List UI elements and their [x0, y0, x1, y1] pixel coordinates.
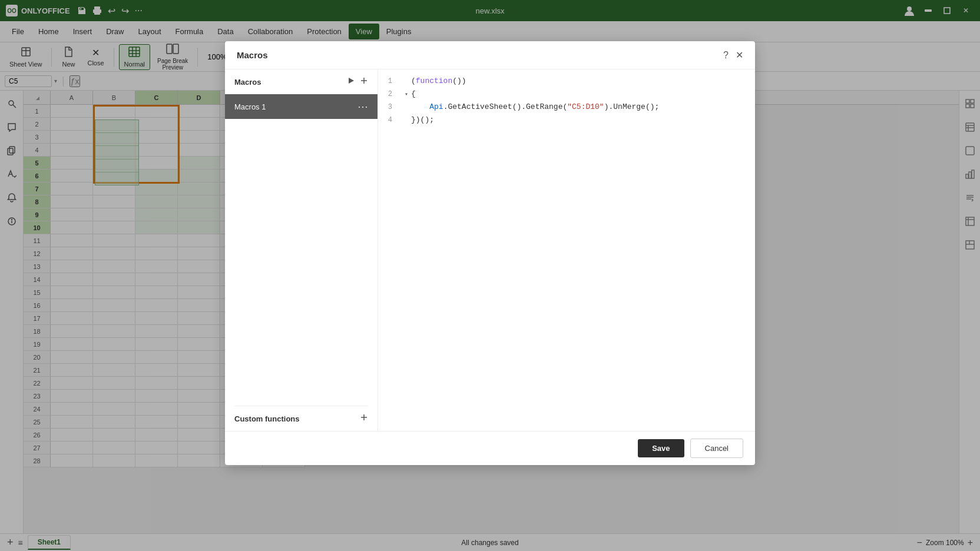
modal-help-button[interactable]: ? [723, 50, 729, 61]
modal-close-button[interactable]: ✕ [736, 49, 743, 61]
modal-overlay: Macros ? ✕ Macros [0, 0, 980, 551]
line-content-4: })(); [411, 115, 755, 124]
cancel-button[interactable]: Cancel [690, 439, 743, 458]
line-content-3: Api.GetActiveSheet().GetRange("C5:D10").… [411, 102, 755, 111]
line-arrow-1 [402, 77, 411, 78]
modal-code-editor: 1 (function()) 2 ▾ { 3 Api.GetActiveShee… [378, 69, 755, 431]
add-macro-button[interactable] [360, 77, 368, 87]
code-line-2: 2 ▾ { [378, 89, 755, 102]
macros-section-actions [347, 77, 368, 87]
line-num-2: 2 [378, 89, 402, 98]
macros-section-label: Macros [234, 78, 261, 87]
line-arrow-2: ▾ [402, 89, 411, 98]
line-content-1: (function()) [411, 77, 755, 85]
line-num-4: 4 [378, 115, 402, 124]
code-line-1: 1 (function()) [378, 77, 755, 89]
macro-item-options[interactable]: ⋯ [357, 100, 368, 113]
add-custom-function-button[interactable] [360, 413, 368, 424]
modal-header: Macros ? ✕ [225, 41, 755, 69]
modal-footer: Save Cancel [225, 431, 755, 465]
macros-modal: Macros ? ✕ Macros [225, 41, 755, 465]
save-button[interactable]: Save [638, 439, 684, 457]
modal-body: Macros Macros 1 ⋯ [225, 69, 755, 431]
modal-title: Macros [237, 50, 268, 60]
custom-functions-section: Custom functions [225, 406, 378, 431]
code-line-4: 4 })(); [378, 115, 755, 128]
line-num-3: 3 [378, 102, 402, 111]
code-area[interactable]: 1 (function()) 2 ▾ { 3 Api.GetActiveShee… [378, 69, 755, 431]
line-num-1: 1 [378, 77, 402, 85]
macros-section-header: Macros [225, 69, 378, 94]
svg-marker-49 [349, 78, 354, 84]
modal-left-panel: Macros Macros 1 ⋯ [225, 69, 378, 431]
macro-item-name: Macros 1 [234, 102, 266, 111]
code-line-3: 3 Api.GetActiveSheet().GetRange("C5:D10"… [378, 102, 755, 115]
line-arrow-4 [402, 115, 411, 117]
macro-list: Macros 1 ⋯ [225, 94, 378, 406]
custom-functions-label: Custom functions [234, 414, 300, 423]
run-macro-button[interactable] [347, 77, 355, 87]
line-arrow-3 [402, 102, 411, 104]
modal-header-actions: ? ✕ [723, 49, 743, 61]
line-content-2: { [411, 89, 755, 98]
macro-item-1[interactable]: Macros 1 ⋯ [225, 94, 378, 119]
